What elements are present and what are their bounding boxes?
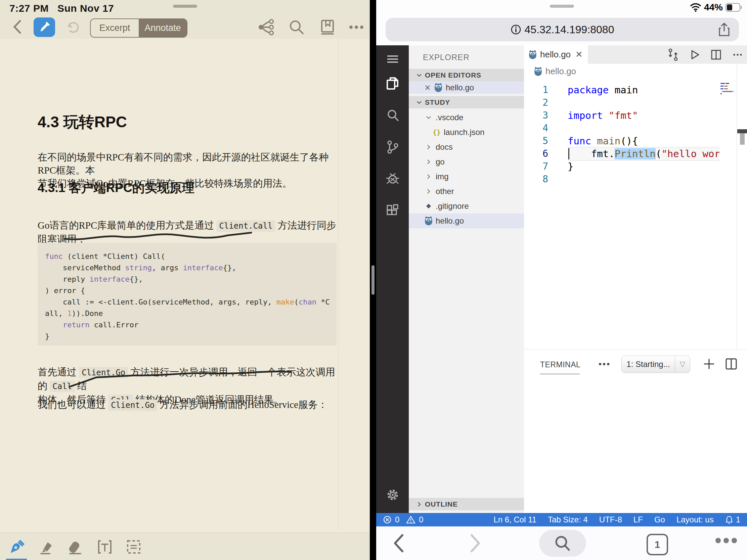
book-page: 4.3 玩转RPC 在不同的场景中RPC有着不同的需求，因此开源的社区就诞生了各… <box>0 38 370 532</box>
run-file-icon[interactable] <box>688 48 701 61</box>
kill-terminal-icon[interactable] <box>745 357 747 371</box>
menu-hamburger-icon[interactable] <box>386 52 400 66</box>
workspace-header[interactable]: STUDY <box>409 96 524 108</box>
settings-gear-icon[interactable] <box>386 488 400 502</box>
terminal-session-dropdown[interactable]: 1: Starting... ▽ <box>621 355 690 373</box>
safari-browser: 44% 45.32.14.199:8080 <box>376 0 747 560</box>
code-lines[interactable]: package main import "fmt" func main(){ f… <box>568 84 719 186</box>
new-terminal-icon[interactable] <box>702 357 716 371</box>
extensions-icon[interactable] <box>386 204 400 218</box>
search-sidebar-icon[interactable] <box>386 108 400 123</box>
eraser-tool-icon[interactable] <box>66 537 85 556</box>
outline-header[interactable]: OUTLINE <box>409 498 524 510</box>
site-info-icon[interactable] <box>511 24 521 35</box>
keyboard-layout[interactable]: Layout: us <box>676 515 714 525</box>
open-editors-header[interactable]: OPEN EDITORS <box>409 69 524 81</box>
paragraph-4: 我们也可以通过 Client.Go 方法异步调用前面的HelloService服… <box>37 398 340 412</box>
problems-status[interactable]: 0 0 <box>383 515 423 525</box>
bookmark-book-icon[interactable] <box>319 19 336 35</box>
explorer-item-go[interactable]: go <box>409 155 524 169</box>
book-code-line: } <box>45 331 337 342</box>
scrollbar-handle[interactable] <box>740 133 745 145</box>
scrollbar-top-bar[interactable] <box>737 129 747 133</box>
undo-icon[interactable] <box>66 20 81 35</box>
source-control-icon[interactable] <box>386 140 400 154</box>
code-line[interactable]: func main(){ <box>568 135 719 148</box>
close-tab-icon[interactable]: ✕ <box>575 49 583 60</box>
segment-excerpt[interactable]: Excerpt <box>91 19 139 37</box>
left-app-drag-handle[interactable] <box>173 5 197 8</box>
highlighter-tool-icon[interactable] <box>36 537 55 556</box>
split-terminal-icon[interactable] <box>724 357 738 371</box>
right-app-drag-handle[interactable] <box>550 5 574 8</box>
breadcrumb[interactable]: hello.go <box>534 66 576 77</box>
eol[interactable]: LF <box>634 515 643 525</box>
more-actions-icon[interactable] <box>731 48 744 61</box>
explorer-item-vscode[interactable]: .vscode <box>409 110 524 125</box>
explorer-item-launchjson[interactable]: {}launch.json <box>409 125 524 140</box>
line-number: 8 <box>524 173 558 186</box>
annotation-toolbar <box>0 532 370 560</box>
terminal-more-icon[interactable]: ••• <box>598 359 611 369</box>
git-diamond-icon <box>424 203 433 210</box>
tab-size[interactable]: Tab Size: 4 <box>548 515 588 525</box>
back-button[interactable] <box>12 20 22 34</box>
terminal-tab[interactable]: TERMINAL <box>540 360 581 369</box>
explorer-item-img[interactable]: img <box>409 169 524 184</box>
explorer-item-hellogo[interactable]: hello.go <box>409 214 524 228</box>
browser-forward-icon[interactable] <box>469 533 482 553</box>
chevron-down-icon: ▽ <box>675 360 690 369</box>
close-icon[interactable] <box>424 84 431 91</box>
code-line[interactable] <box>568 96 719 109</box>
browser-more-icon[interactable] <box>716 538 737 543</box>
code-line[interactable] <box>568 173 719 186</box>
browser-back-icon[interactable] <box>392 533 405 553</box>
more-ellipsis-icon[interactable] <box>348 19 365 35</box>
tabs-button[interactable]: 1 <box>647 534 668 555</box>
line-number: 5 <box>524 135 558 148</box>
code-line[interactable]: } <box>568 160 719 173</box>
browser-search-button[interactable] <box>539 530 586 557</box>
search-icon[interactable] <box>288 19 305 35</box>
segment-annotate[interactable]: Annotate <box>139 19 187 37</box>
book-code-line: reply interface{}, <box>45 274 337 285</box>
handwritten-underline-2 <box>66 369 297 390</box>
annotation-pen-button[interactable] <box>33 18 55 37</box>
tab-hello-go[interactable]: hello.go ✕ <box>524 45 588 64</box>
code-line[interactable] <box>568 122 719 135</box>
chevron-right-icon <box>424 174 433 180</box>
address-bar[interactable]: 45.32.14.199:8080 <box>386 18 739 41</box>
code-line[interactable]: import "fmt" <box>568 109 719 122</box>
debug-icon[interactable] <box>386 171 400 186</box>
chevron-right-icon <box>416 501 422 507</box>
code-line[interactable]: fmt.Println("hello worl <box>568 148 719 160</box>
right-status-indicators: 44% <box>690 2 742 13</box>
explorer-item-gitignore[interactable]: .gitignore <box>409 199 524 214</box>
explorer-item-other[interactable]: other <box>409 184 524 199</box>
subsection-heading: 4.3.1 客户端RPC的实现原理 <box>37 180 195 196</box>
explorer-item-docs[interactable]: docs <box>409 140 524 155</box>
language-mode[interactable]: Go <box>654 515 665 525</box>
fountain-pen-tool-icon[interactable] <box>7 537 26 556</box>
open-changes-icon[interactable] <box>666 48 680 61</box>
split-editor-icon[interactable] <box>710 48 723 61</box>
code-line[interactable]: package main <box>568 84 719 96</box>
line-number: 7 <box>524 160 558 173</box>
minimap[interactable] <box>720 82 737 149</box>
split-view-resize-handle[interactable] <box>371 265 375 295</box>
line-number: 3 <box>524 109 558 122</box>
encoding[interactable]: UTF-8 <box>599 515 622 525</box>
cursor-position[interactable]: Ln 6, Col 11 <box>493 515 536 525</box>
notifications-bell[interactable]: 1 <box>725 515 740 525</box>
gopher-icon <box>424 216 433 225</box>
file-label: docs <box>436 142 453 152</box>
open-editor-row[interactable]: hello.go <box>409 81 524 94</box>
mindmap-icon[interactable] <box>258 19 275 35</box>
terminal-tab-underline <box>540 374 580 374</box>
text-box-tool-icon[interactable] <box>95 537 114 556</box>
section-heading: 4.3 玩转RPC <box>37 112 127 133</box>
share-icon[interactable] <box>717 22 731 37</box>
explorer-files-icon[interactable] <box>386 76 400 90</box>
select-region-tool-icon[interactable] <box>124 537 143 556</box>
file-label: other <box>436 187 454 196</box>
